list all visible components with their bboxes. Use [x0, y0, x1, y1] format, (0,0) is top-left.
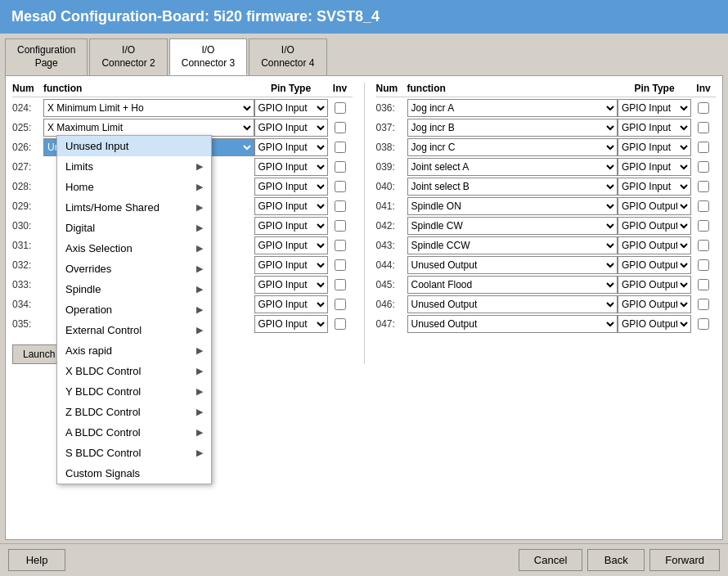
inv-check-024[interactable]: [335, 102, 346, 114]
dropdown-item-custom-signals[interactable]: Custom Signals: [57, 463, 211, 484]
chevron-right-icon: ▶: [196, 223, 203, 233]
inv-check-028[interactable]: [335, 181, 346, 192]
func-select-042[interactable]: Spindle CW: [407, 217, 618, 235]
pintype-select-024[interactable]: GPIO Input: [254, 99, 328, 117]
dropdown-item-digital[interactable]: Digital ▶: [57, 218, 211, 238]
pintype-select-037[interactable]: GPIO Input: [618, 119, 691, 137]
inv-check-030[interactable]: [335, 220, 346, 232]
inv-check-043[interactable]: [698, 240, 709, 251]
inv-check-047[interactable]: [698, 318, 709, 330]
inv-check-032[interactable]: [335, 259, 346, 271]
inv-check-027[interactable]: [335, 161, 346, 173]
inv-check-036[interactable]: [698, 102, 709, 114]
dropdown-item-x-bldc[interactable]: X BLDC Control ▶: [57, 361, 211, 381]
inv-check-029[interactable]: [335, 200, 346, 212]
dropdown-item-overrides[interactable]: Overrides ▶: [57, 259, 211, 279]
pintype-select-047[interactable]: GPIO Output: [618, 315, 691, 333]
inv-check-044[interactable]: [698, 259, 709, 271]
pintype-select-045[interactable]: GPIO Output: [618, 276, 691, 294]
inv-check-025[interactable]: [335, 122, 346, 133]
dropdown-label: Y BLDC Control: [65, 385, 141, 398]
pintype-select-046[interactable]: GPIO Output: [618, 295, 691, 313]
pintype-select-032[interactable]: GPIO Input: [254, 256, 328, 274]
func-select-036[interactable]: Jog incr A: [407, 99, 618, 117]
dropdown-item-s-bldc[interactable]: S BLDC Control ▶: [57, 443, 211, 463]
dropdown-item-unused-input[interactable]: Unused Input: [57, 136, 211, 156]
tab-io3[interactable]: I/O Connector 3: [169, 38, 247, 75]
dropdown-item-operation[interactable]: Operation ▶: [57, 299, 211, 320]
pintype-select-044[interactable]: GPIO Output: [618, 256, 691, 274]
table-row: 044: Unused Output GPIO Output: [376, 256, 717, 274]
func-select-045[interactable]: Coolant Flood: [407, 276, 618, 294]
pintype-select-040[interactable]: GPIO Input: [618, 178, 691, 196]
dropdown-item-axis-rapid[interactable]: Axis rapid ▶: [57, 340, 211, 361]
tab-bar: Configuration Page I/O Connector 2 I/O C…: [0, 34, 728, 75]
inv-check-031[interactable]: [335, 240, 346, 251]
back-button[interactable]: Back: [587, 549, 645, 571]
pintype-select-027[interactable]: GPIO Input: [254, 158, 328, 176]
pintype-select-034[interactable]: GPIO Input: [254, 295, 328, 313]
cancel-button[interactable]: Cancel: [519, 549, 582, 571]
dropdown-label: Z BLDC Control: [65, 406, 141, 418]
pintype-select-041[interactable]: GPIO Output: [618, 197, 691, 215]
pintype-select-036[interactable]: GPIO Input: [618, 99, 691, 117]
inv-check-039[interactable]: [698, 161, 709, 173]
func-select-047[interactable]: Unused Output: [407, 315, 618, 333]
pintype-select-042[interactable]: GPIO Output: [618, 217, 691, 235]
help-button[interactable]: Help: [8, 549, 65, 571]
inv-check-037[interactable]: [698, 122, 709, 133]
func-select-038[interactable]: Jog incr C: [407, 138, 618, 156]
pintype-select-025[interactable]: GPIO Input: [254, 119, 328, 137]
dropdown-item-spindle[interactable]: Spindle ▶: [57, 279, 211, 299]
pintype-select-031[interactable]: GPIO Input: [254, 236, 328, 254]
inv-check-042[interactable]: [698, 220, 709, 232]
pintype-select-033[interactable]: GPIO Input: [254, 276, 328, 294]
row-num-025: 025:: [12, 122, 43, 133]
pintype-select-039[interactable]: GPIO Input: [618, 158, 691, 176]
inv-check-035[interactable]: [335, 318, 346, 330]
inv-check-040[interactable]: [698, 181, 709, 192]
dropdown-item-a-bldc[interactable]: A BLDC Control ▶: [57, 422, 211, 443]
table-row: 037: Jog incr B GPIO Input: [376, 119, 717, 137]
inv-check-046[interactable]: [698, 299, 709, 310]
row-num-047: 047:: [376, 318, 407, 330]
inv-check-033[interactable]: [335, 279, 346, 290]
inv-check-026[interactable]: [335, 142, 346, 153]
func-select-024[interactable]: X Minimum Limit + Ho: [43, 99, 254, 117]
pintype-select-043[interactable]: GPIO Output: [618, 236, 691, 254]
func-select-039[interactable]: Joint select A: [407, 158, 618, 176]
row-num-041: 041:: [376, 200, 407, 212]
dropdown-item-home[interactable]: Home ▶: [57, 177, 211, 197]
dropdown-item-z-bldc[interactable]: Z BLDC Control ▶: [57, 402, 211, 422]
pintype-select-026[interactable]: GPIO Input: [254, 138, 328, 156]
func-select-025[interactable]: X Maximum Limit: [43, 119, 254, 137]
func-select-043[interactable]: Spindle CCW: [407, 236, 618, 254]
func-select-037[interactable]: Jog incr B: [407, 119, 618, 137]
pintype-select-029[interactable]: GPIO Input: [254, 197, 328, 215]
func-select-041[interactable]: Spindle ON: [407, 197, 618, 215]
dropdown-item-axis-selection[interactable]: Axis Selection ▶: [57, 238, 211, 259]
func-select-044[interactable]: Unused Output: [407, 256, 618, 274]
func-select-040[interactable]: Joint select B: [407, 178, 618, 196]
dropdown-item-limits-home-shared[interactable]: Limts/Home Shared ▶: [57, 197, 211, 218]
dropdown-item-y-bldc[interactable]: Y BLDC Control ▶: [57, 381, 211, 402]
tab-config[interactable]: Configuration Page: [5, 38, 88, 75]
forward-button[interactable]: Forward: [649, 549, 720, 571]
inv-check-038[interactable]: [698, 142, 709, 153]
tab-io4[interactable]: I/O Connector 4: [249, 38, 326, 75]
pintype-select-038[interactable]: GPIO Input: [618, 138, 691, 156]
pintype-select-030[interactable]: GPIO Input: [254, 217, 328, 235]
dropdown-item-external-control[interactable]: External Control ▶: [57, 320, 211, 340]
inv-check-034[interactable]: [335, 299, 346, 310]
func-select-046[interactable]: Unused Output: [407, 295, 618, 313]
inv-check-045[interactable]: [698, 279, 709, 290]
pintype-select-035[interactable]: GPIO Input: [254, 315, 328, 333]
chevron-right-icon: ▶: [196, 161, 203, 172]
inv-check-041[interactable]: [698, 200, 709, 212]
dropdown-item-limits[interactable]: Limits ▶: [57, 156, 211, 177]
tab-io2[interactable]: I/O Connector 2: [89, 38, 167, 75]
pintype-select-028[interactable]: GPIO Input: [254, 178, 328, 196]
row-num-037: 037:: [376, 122, 407, 133]
title-bar: Mesa0 Configuration-Board: 5i20 firmware…: [0, 0, 728, 34]
table-row: 038: Jog incr C GPIO Input: [376, 138, 717, 156]
